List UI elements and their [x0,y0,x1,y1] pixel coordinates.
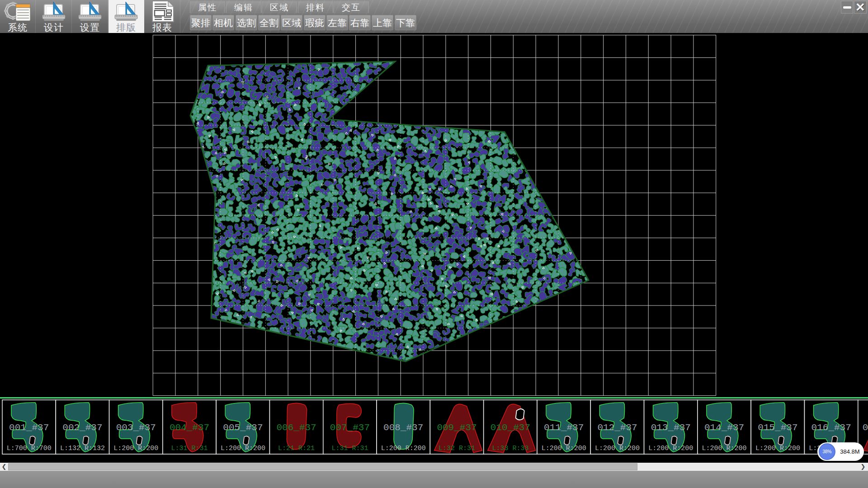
svg-text:L:31 R:31: L:31 R:31 [331,445,368,452]
svg-text:002_#37: 002_#37 [62,422,102,433]
svg-text:008_#37: 008_#37 [383,422,423,433]
svg-text:L:200 R:200: L:200 R:200 [381,445,426,452]
svg-text:L:200 R:200: L:200 R:200 [702,445,746,452]
svg-text:005_#37: 005_#37 [223,422,263,433]
svg-text:L:32 R:31: L:32 R:31 [439,445,475,452]
svg-text:L:132 R:132: L:132 R:132 [60,445,105,452]
svg-text:015_#37: 015_#37 [758,422,797,433]
svg-text:L:200 R:200: L:200 R:200 [648,445,693,452]
svg-text:013_#37: 013_#37 [651,422,691,433]
svg-text:L:33 R:33: L:33 R:33 [492,445,528,452]
svg-text:016_#37: 016_#37 [811,422,851,433]
svg-text:006_#37: 006_#37 [276,422,316,433]
svg-text:003_#37: 003_#37 [116,422,156,433]
svg-text:007_#37: 007_#37 [330,422,370,433]
svg-text:L:200 R:200: L:200 R:200 [755,445,800,452]
svg-text:009_#37: 009_#37 [437,422,476,433]
svg-text:L:200 R:200: L:200 R:200 [595,445,640,452]
svg-text:L:200 R:200: L:200 R:200 [221,445,265,452]
svg-text:L:200 R:200: L:200 R:200 [542,445,586,452]
svg-text:L:700 R:700: L:700 R:700 [7,445,52,452]
svg-text:010_#37: 010_#37 [491,422,530,433]
svg-text:014_#37: 014_#37 [704,422,744,433]
svg-text:012_#37: 012_#37 [597,422,637,433]
svg-text:0: 0 [863,422,868,433]
svg-text:L:31 R:31: L:31 R:31 [171,445,208,452]
svg-text:L:21 R:21: L:21 R:21 [278,445,315,452]
svg-text:L:200 R:200: L:200 R:200 [113,445,158,452]
svg-text:001_#37: 001_#37 [9,422,49,433]
svg-text:004_#37: 004_#37 [170,422,209,433]
svg-text:011_#37: 011_#37 [544,422,584,433]
